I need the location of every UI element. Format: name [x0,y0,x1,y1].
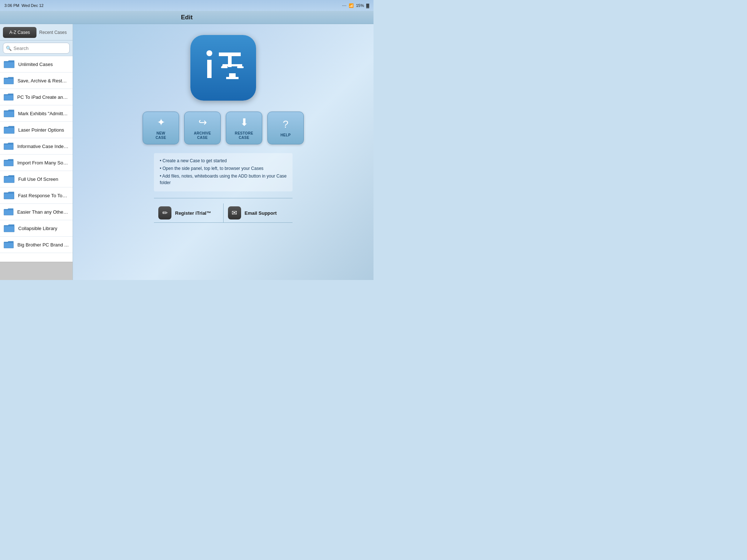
folder-icon [4,175,15,183]
app-icon-graphic [198,42,249,93]
help-button[interactable]: ? HELP [267,112,304,144]
status-bar: 3:06 PM Wed Dec 12 ···· 📶 15% ▓ [0,0,374,11]
svg-rect-2 [219,52,241,56]
info-line-1: • Create a new Case to get started [160,158,287,164]
case-label: Big Brother PC Brand Av... [18,242,69,248]
folder-icon [4,125,15,134]
new-case-label: NEWCASE [156,131,166,140]
sidebar: A-Z Cases Recent Cases 🔍 Unlimited Cases [0,24,73,280]
sidebar-bottom [0,262,73,280]
list-item[interactable]: Full Use Of Screen [0,171,73,187]
folder-icon [4,93,13,101]
nav-edit-button[interactable]: Edit [181,14,193,21]
signal-icon: ···· [342,3,347,8]
email-support-label: Email Support [245,210,277,216]
list-item[interactable]: Import From Many Sourc... [0,155,73,171]
list-item[interactable]: Informative Case Index P... [0,138,73,155]
folder-icon [4,142,13,151]
help-icon: ? [283,118,289,130]
wifi-icon: 📶 [349,3,354,8]
tab-az-cases[interactable]: A-Z Cases [3,27,36,38]
archive-case-label: ARCHIVECASE [194,131,211,140]
info-text-block: • Create a new Case to get started • Ope… [154,153,293,191]
app-icon [190,35,256,101]
info-line-3: • Add files, notes, whiteboards using th… [160,173,287,186]
list-item[interactable]: PC To iPad Create and S... [0,89,73,105]
list-item[interactable]: Collapsible Library [0,220,73,237]
list-item[interactable]: Easier Than any Other App [0,204,73,220]
archive-case-icon: ↪ [198,116,207,128]
tab-bar: A-Z Cases Recent Cases [0,24,73,40]
case-list: Unlimited Cases Save, Archive & Restore.… [0,56,73,262]
folder-icon [4,240,14,249]
status-time-date: 3:06 PM Wed Dec 12 [4,3,43,8]
case-label: Fast Response To Touch [18,193,69,198]
folder-icon [4,207,13,216]
battery-label: 15% [356,3,364,8]
list-item[interactable]: Mark Exhibits "Admitted" [0,105,73,122]
list-item[interactable]: Fast Response To Touch [0,187,73,204]
list-item[interactable]: Save, Archive & Restore... [0,73,73,89]
register-label: Register iTrial™ [175,210,211,216]
case-label: Full Use Of Screen [18,176,58,182]
search-input[interactable] [3,43,70,54]
tab-recent-cases[interactable]: Recent Cases [36,27,70,38]
search-container: 🔍 [0,40,73,56]
email-icon: ✉ [228,206,241,219]
email-support-button[interactable]: ✉ Email Support [224,203,293,223]
case-label: PC To iPad Create and S... [17,94,69,100]
case-label: Informative Case Index P... [17,144,69,149]
battery-icon: ▓ [366,3,369,8]
svg-rect-9 [226,77,239,79]
register-icon: ✏ [158,206,171,219]
case-label: Easier Than any Other App [17,209,69,215]
restore-case-icon: ⬇ [240,116,248,128]
action-buttons: ✦ NEWCASE ↪ ARCHIVECASE ⬇ RESTORECASE ? … [143,112,304,144]
case-label: Import From Many Sourc... [17,160,69,166]
svg-rect-5 [221,66,228,68]
main-content: ✦ NEWCASE ↪ ARCHIVECASE ⬇ RESTORECASE ? … [73,24,374,280]
folder-icon [4,60,15,69]
new-case-icon: ✦ [157,116,165,128]
list-item[interactable]: Unlimited Cases [0,56,73,73]
restore-case-button[interactable]: ⬇ RESTORECASE [226,112,262,144]
folder-icon [4,76,14,85]
case-label: Mark Exhibits "Admitted" [18,111,69,116]
restore-case-label: RESTORECASE [235,131,253,140]
svg-rect-10 [229,73,236,77]
case-label: Unlimited Cases [18,62,53,67]
divider [154,198,293,198]
archive-case-button[interactable]: ↪ ARCHIVECASE [184,112,221,144]
list-item[interactable]: Laser Pointer Options [0,122,73,138]
help-label: HELP [280,133,291,137]
list-item[interactable]: Big Brother PC Brand Av... [0,237,73,253]
case-label: Collapsible Library [18,226,57,231]
svg-rect-1 [207,60,212,78]
svg-rect-6 [237,66,244,68]
status-indicators: ···· 📶 15% ▓ [342,3,369,8]
bottom-buttons: ✏ Register iTrial™ ✉ Email Support [154,203,293,223]
case-label: Save, Archive & Restore... [18,78,69,83]
nav-bar: Edit [0,11,374,24]
folder-icon [4,109,14,118]
folder-icon [4,158,13,167]
new-case-button[interactable]: ✦ NEWCASE [143,112,179,144]
main-layout: A-Z Cases Recent Cases 🔍 Unlimited Cases [0,24,374,280]
folder-icon [4,224,15,233]
register-button[interactable]: ✏ Register iTrial™ [154,203,224,223]
svg-point-0 [206,50,212,56]
info-line-2: • Open the side panel, top left, to brow… [160,165,287,172]
case-label: Laser Pointer Options [18,127,64,133]
folder-icon [4,191,14,200]
